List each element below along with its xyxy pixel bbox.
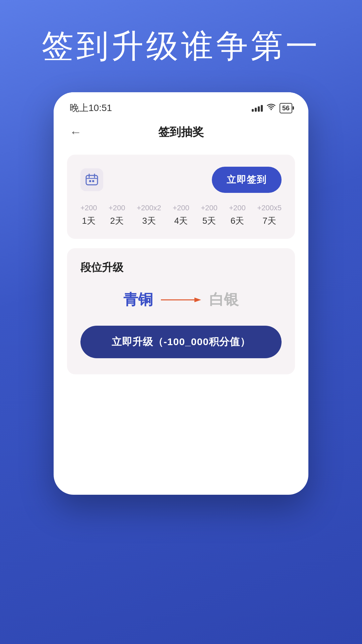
rank-to: 白银 [209, 290, 239, 310]
sign-in-button[interactable]: 立即签到 [212, 167, 282, 193]
svg-marker-8 [194, 298, 201, 302]
rank-arrow-icon [161, 295, 201, 305]
status-icons: 56 [252, 103, 292, 113]
day-item-1: +200 1天 [80, 204, 97, 227]
status-bar: 晚上10:51 56 [54, 92, 308, 118]
signin-card: 立即签到 +200 1天 +200 2天 +200x2 3天 +200 [67, 155, 295, 239]
status-time: 晚上10:51 [70, 102, 112, 114]
rank-card-title: 段位升级 [80, 260, 282, 275]
svg-rect-6 [92, 180, 94, 182]
content-area: 立即签到 +200 1天 +200 2天 +200x2 3天 +200 [54, 148, 308, 495]
day-item-7: +200x5 7天 [257, 204, 282, 227]
rank-row: 青铜 白银 [80, 290, 282, 310]
day-item-4: +200 4天 [173, 204, 189, 227]
battery-icon: 56 [280, 103, 292, 113]
calendar-icon [80, 168, 103, 191]
svg-point-0 [270, 109, 272, 110]
rank-from: 青铜 [123, 290, 153, 310]
upgrade-button[interactable]: 立即升级（-100_000积分值） [80, 326, 282, 358]
day-item-6: +200 6天 [229, 204, 246, 227]
day-item-2: +200 2天 [109, 204, 125, 227]
nav-title: 签到抽奖 [158, 124, 204, 140]
back-button[interactable]: ← [70, 125, 82, 139]
svg-rect-5 [89, 180, 91, 182]
phone-mockup: 晚上10:51 56 [54, 92, 308, 495]
day-item-5: +200 5天 [201, 204, 218, 227]
rank-card: 段位升级 青铜 白银 立即升级（-100_000积分值） [67, 248, 295, 374]
wifi-icon [267, 103, 276, 113]
day-item-3: +200x2 3天 [137, 204, 161, 227]
days-row: +200 1天 +200 2天 +200x2 3天 +200 4天 +200 [80, 204, 282, 227]
nav-bar: ← 签到抽奖 [54, 118, 308, 148]
signal-icon [252, 104, 263, 112]
card-header: 立即签到 [80, 167, 282, 193]
hero-title: 签到升级谁争第一 [42, 27, 320, 65]
svg-rect-1 [86, 175, 98, 185]
